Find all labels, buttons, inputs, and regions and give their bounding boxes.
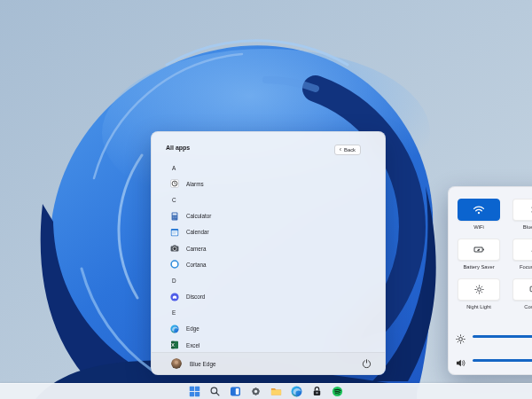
edge-button[interactable]: [290, 385, 303, 398]
battery-saver-tile[interactable]: [458, 239, 500, 261]
folder-icon: [270, 386, 282, 397]
user-profile[interactable]: Blue Edge: [171, 358, 216, 369]
excel-icon: [170, 340, 179, 349]
gear-icon: [250, 386, 262, 397]
taskbar: [0, 383, 532, 399]
camera-icon: [170, 244, 179, 253]
brightness-icon: [456, 332, 466, 341]
user-name: Blue Edge: [190, 361, 216, 367]
app-label: Calendar: [186, 229, 209, 235]
edge-icon: [170, 325, 179, 333]
app-label: Discord: [186, 293, 205, 300]
section-letter-d[interactable]: D: [152, 272, 385, 288]
power-icon: [362, 359, 372, 369]
connect-icon: [529, 285, 532, 294]
alarms-icon: [170, 179, 179, 188]
spotify-button[interactable]: [331, 385, 344, 398]
back-label: Back: [344, 147, 356, 153]
battery-saver-icon: [473, 245, 485, 254]
all-apps-list: A Alarms C Calculator Calendar: [152, 160, 385, 352]
app-label: Calculator: [186, 213, 211, 219]
all-apps-title: All apps: [166, 145, 190, 151]
file-explorer-button[interactable]: [270, 385, 283, 398]
calendar-icon: [170, 228, 179, 237]
focus-assist-icon: [529, 245, 532, 254]
section-letter-e[interactable]: E: [152, 305, 385, 321]
app-label: Alarms: [186, 181, 204, 187]
search-icon: [209, 386, 221, 397]
app-row-camera[interactable]: Camera: [152, 240, 385, 256]
back-button[interactable]: ‹ Back: [334, 145, 361, 155]
lock-icon: [311, 386, 323, 397]
app-row-calendar[interactable]: Calendar: [152, 224, 385, 240]
avatar: [171, 358, 182, 369]
quick-settings-panel: WiFi Bluetooth Battery Saver Focus assis…: [448, 186, 532, 375]
volume-icon: [456, 356, 466, 365]
tile-label: Bluetooth: [500, 224, 532, 230]
focus-assist-tile[interactable]: [512, 239, 532, 261]
app-label: Cortana: [186, 262, 206, 268]
brightness-slider-row: [449, 331, 532, 342]
app-row-calculator[interactable]: Calculator: [152, 208, 385, 224]
app-row-edge[interactable]: Edge: [152, 321, 385, 337]
windows-logo-icon: [189, 386, 200, 397]
cortana-icon: [170, 260, 179, 269]
brightness-slider[interactable]: [473, 335, 532, 338]
settings-button[interactable]: [249, 385, 262, 398]
connect-tile[interactable]: [512, 278, 532, 301]
night-light-icon: [474, 285, 484, 294]
wifi-icon: [473, 205, 485, 215]
wifi-tile[interactable]: [458, 199, 500, 221]
desktop: All apps ‹ Back A Alarms C Calculator: [0, 0, 532, 399]
edge-icon: [291, 386, 302, 397]
app-row-cortana[interactable]: Cortana: [152, 256, 385, 272]
start-button[interactable]: [188, 385, 201, 398]
section-letter-c[interactable]: C: [152, 192, 385, 207]
app-label: Excel: [186, 342, 200, 348]
search-button[interactable]: [208, 385, 222, 398]
start-menu-panel: All apps ‹ Back A Alarms C Calculator: [151, 131, 386, 375]
volume-slider[interactable]: [473, 359, 532, 362]
spotify-icon: [332, 386, 343, 397]
tile-label: Connect: [500, 304, 532, 309]
discord-icon: [170, 293, 179, 301]
bluetooth-tile[interactable]: [512, 199, 532, 221]
start-menu-footer: Blue Edge: [152, 352, 385, 374]
calculator-icon: [170, 212, 179, 221]
night-light-tile[interactable]: [458, 278, 500, 301]
app-row-excel[interactable]: Excel: [152, 337, 385, 352]
widgets-icon: [230, 386, 241, 397]
volume-slider-row: [449, 355, 532, 366]
back-chevron-icon: ‹: [340, 146, 341, 153]
app-label: Camera: [186, 246, 206, 252]
lock-app-button[interactable]: [310, 385, 324, 398]
app-row-alarms[interactable]: Alarms: [152, 176, 385, 192]
section-letter-a[interactable]: A: [152, 160, 385, 176]
widgets-button[interactable]: [229, 385, 242, 398]
app-row-discord[interactable]: Discord: [152, 289, 385, 305]
power-button[interactable]: [361, 358, 372, 370]
app-label: Edge: [186, 325, 200, 332]
tile-label: Focus assist: [500, 264, 532, 270]
bluetooth-icon: [529, 205, 532, 215]
